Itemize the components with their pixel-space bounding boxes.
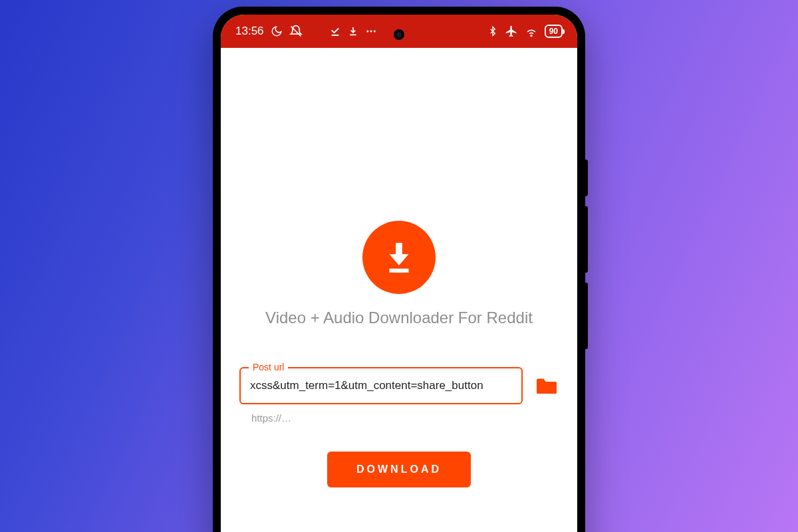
app-logo bbox=[362, 221, 436, 294]
app-title: Video + Audio Downloader For Reddit bbox=[265, 309, 533, 327]
more-dots-icon bbox=[365, 25, 377, 37]
status-bar-left: 13:56 bbox=[235, 25, 377, 38]
post-url-field[interactable]: Post url bbox=[239, 367, 523, 404]
battery-level: 90 bbox=[549, 27, 558, 35]
svg-point-5 bbox=[370, 31, 372, 33]
svg-point-7 bbox=[531, 35, 532, 37]
svg-marker-8 bbox=[390, 254, 409, 265]
app-content: Video + Audio Downloader For Reddit Post… bbox=[221, 48, 577, 532]
svg-rect-9 bbox=[390, 269, 409, 273]
phone-side-button bbox=[585, 160, 588, 196]
mute-icon bbox=[289, 25, 303, 38]
status-bar-right: 90 bbox=[487, 25, 563, 38]
download-arrow-icon bbox=[380, 238, 418, 277]
download-mini-icon bbox=[348, 26, 358, 37]
url-input-row: Post url bbox=[239, 367, 559, 404]
folder-icon[interactable] bbox=[535, 376, 559, 396]
post-url-input[interactable] bbox=[250, 379, 512, 392]
battery-indicator: 90 bbox=[545, 25, 563, 38]
punch-hole-camera bbox=[394, 29, 404, 40]
clock-text: 13:56 bbox=[235, 25, 264, 38]
bluetooth-icon bbox=[487, 25, 498, 38]
url-hint: https://… bbox=[239, 412, 559, 424]
wifi-icon bbox=[525, 25, 538, 38]
svg-point-4 bbox=[366, 31, 368, 33]
airplane-icon bbox=[505, 25, 518, 38]
download-button[interactable]: DOWNLOAD bbox=[327, 452, 471, 487]
svg-point-6 bbox=[373, 31, 375, 33]
moon-icon bbox=[271, 25, 283, 37]
post-url-label: Post url bbox=[249, 362, 288, 372]
check-underline-icon bbox=[329, 25, 341, 37]
phone-screen: 13:56 bbox=[221, 15, 577, 532]
phone-frame: 13:56 bbox=[213, 7, 585, 532]
phone-side-button bbox=[585, 206, 588, 273]
phone-side-button bbox=[585, 283, 588, 349]
